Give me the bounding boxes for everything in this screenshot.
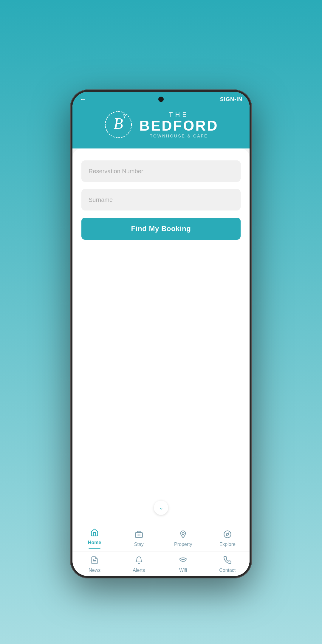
alerts-label: Alerts: [133, 568, 145, 573]
main-content: Find My Booking ⌄: [72, 148, 250, 524]
phone-screen: ← SIGN-IN B THE BEDFORD TOWNHOUSE & CAFÉ: [72, 92, 250, 576]
explore-icon: [223, 530, 232, 540]
reservation-number-input[interactable]: [81, 160, 241, 182]
contact-icon: [223, 556, 232, 566]
home-label: Home: [88, 540, 101, 545]
hotel-name-block: THE BEDFORD TOWNHOUSE & CAFÉ: [139, 111, 218, 138]
chevron-down-icon[interactable]: ⌄: [154, 501, 168, 515]
svg-point-3: [123, 114, 126, 116]
find-booking-button[interactable]: Find My Booking: [81, 218, 241, 240]
svg-point-9: [224, 531, 231, 538]
phone-frame: ← SIGN-IN B THE BEDFORD TOWNHOUSE & CAFÉ: [70, 89, 252, 578]
bottom-navigation: Home Stay: [72, 524, 250, 576]
property-icon: i: [179, 530, 187, 540]
camera-notch: [158, 97, 164, 102]
stay-icon: [135, 530, 143, 540]
nav-item-property[interactable]: i Property: [161, 524, 205, 552]
hotel-logo: B: [103, 110, 133, 140]
sign-in-button[interactable]: SIGN-IN: [220, 96, 242, 103]
chevron-area: ⌄: [81, 498, 241, 518]
nav-item-home[interactable]: Home: [72, 524, 117, 552]
surname-input[interactable]: [81, 189, 241, 210]
nav-item-explore[interactable]: Explore: [205, 524, 250, 552]
hotel-header: B THE BEDFORD TOWNHOUSE & CAFÉ: [72, 107, 250, 148]
nav-row-2: News Alerts: [72, 552, 250, 576]
nav-item-news[interactable]: News: [72, 552, 117, 576]
nav-item-stay[interactable]: Stay: [117, 524, 161, 552]
explore-label: Explore: [219, 542, 236, 547]
svg-text:B: B: [114, 115, 123, 132]
status-bar: ← SIGN-IN: [72, 92, 250, 107]
wifi-label: Wifi: [179, 568, 187, 573]
nav-item-wifi[interactable]: Wifi: [161, 552, 205, 576]
content-spacer: [81, 247, 241, 490]
nav-item-alerts[interactable]: Alerts: [117, 552, 161, 576]
home-underline: [89, 548, 100, 549]
svg-text:i: i: [183, 531, 183, 534]
contact-label: Contact: [219, 568, 236, 573]
svg-marker-10: [226, 533, 229, 536]
nav-item-contact[interactable]: Contact: [205, 552, 250, 576]
news-icon: [90, 556, 99, 566]
nav-row-1: Home Stay: [72, 524, 250, 552]
wifi-icon: [179, 556, 187, 566]
home-icon: [90, 528, 99, 538]
property-label: Property: [174, 542, 192, 547]
alerts-icon: [135, 556, 143, 566]
hotel-tagline: TOWNHOUSE & CAFÉ: [139, 134, 218, 138]
back-button[interactable]: ←: [80, 95, 86, 103]
hotel-bedford: BEDFORD: [139, 119, 218, 133]
stay-label: Stay: [134, 542, 144, 547]
news-label: News: [89, 568, 100, 573]
